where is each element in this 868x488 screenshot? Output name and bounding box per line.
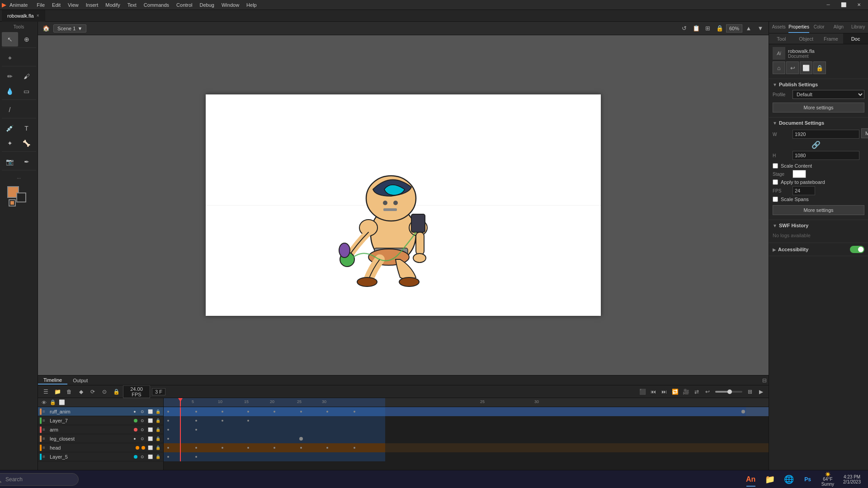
file-tab[interactable]: robowalk.fla × (2, 10, 45, 22)
layer-visibility-leg[interactable]: ● (131, 435, 138, 442)
zoom-up-icon[interactable]: ▲ (743, 23, 754, 34)
zoom-down-icon[interactable]: ▼ (755, 23, 766, 34)
menu-file[interactable]: File (33, 1, 48, 9)
tab-properties[interactable]: Properties (788, 22, 809, 33)
selection-tool[interactable]: ↖ (2, 32, 18, 47)
maximize-button[interactable]: ⬜ (836, 0, 851, 10)
menu-commands[interactable]: Commands (140, 1, 173, 9)
menu-insert[interactable]: Insert (82, 1, 102, 9)
fit-all-button[interactable]: ⊞ (745, 387, 755, 397)
layer-lock2-head[interactable]: 🔒 (154, 444, 161, 451)
layer-lock2-arm[interactable]: 🔒 (154, 426, 161, 433)
doc-tab-frame[interactable]: Frame (819, 33, 844, 44)
layer-lock2-ruff[interactable]: 🔒 (154, 408, 161, 415)
rotate-ccw-icon[interactable]: ↺ (679, 23, 690, 34)
transform-tool[interactable]: ⊕ (19, 32, 35, 47)
bone-tool[interactable]: 🦴 (19, 136, 35, 150)
layer-lock2-layer7[interactable]: 🔒 (154, 417, 161, 424)
layer-outline-ruff[interactable]: ⬜ (146, 408, 154, 415)
lock-icon[interactable]: 🔒 (714, 23, 725, 34)
scale-content-checkbox[interactable] (773, 163, 778, 169)
show-all-button[interactable]: 👁 (40, 399, 48, 407)
add-folder-button[interactable]: 📁 (52, 387, 62, 397)
tab-align[interactable]: Align (829, 22, 848, 33)
add-keyframe-button[interactable]: ◆ (76, 387, 86, 397)
layer-lock2-leg[interactable]: 🔒 (154, 435, 161, 442)
tab-output[interactable]: Output (67, 377, 93, 384)
timeline-collapse-button[interactable]: ⊟ (762, 377, 767, 384)
lock-all-layers-button[interactable]: 🔒 (49, 399, 57, 407)
width-input[interactable] (793, 130, 859, 139)
scale-spans-checkbox[interactable] (773, 197, 778, 202)
height-input[interactable] (793, 151, 859, 160)
outline-all-button[interactable]: ⬜ (58, 399, 66, 407)
menu-window[interactable]: Window (218, 1, 243, 9)
delete-layer-button[interactable]: 🗑 (64, 387, 74, 397)
taskbar-photoshop[interactable]: Ps (800, 471, 816, 488)
doc-tab-object[interactable]: Object (794, 33, 819, 44)
paint-bucket-tool[interactable]: 💧 (2, 84, 18, 99)
motion-tween-button[interactable]: ⟳ (88, 387, 98, 397)
publish-more-settings-button[interactable]: More settings (773, 103, 864, 113)
layer-lock-layer7[interactable]: ⊙ (139, 417, 146, 424)
camera-tool[interactable]: 📷 (2, 155, 18, 169)
layer-row-head[interactable]: ≡ head ⬜ 🔒 (38, 443, 163, 452)
layer-lock2-layer5[interactable]: 🔒 (154, 453, 161, 460)
home-icon[interactable]: 🏠 (41, 23, 52, 34)
stage-color-swatch[interactable] (793, 170, 806, 178)
pencil-tool[interactable]: ✏ (2, 69, 18, 84)
layer-row-arm[interactable]: ≡ arm ⊙ ⬜ 🔒 (38, 425, 163, 434)
canvas-area[interactable] (38, 35, 769, 375)
layer-outline-leg[interactable]: ⬜ (146, 435, 154, 442)
tab-timeline[interactable]: Timeline (38, 376, 67, 385)
rectangle-tool[interactable]: ▭ (19, 84, 35, 99)
add-layer-button[interactable]: ☰ (41, 387, 51, 397)
doc-icon-btn-4[interactable]: 🔒 (813, 61, 826, 74)
undo-tl-button[interactable]: ↩ (703, 387, 712, 397)
swf-history-header[interactable]: ▼ SWF History (773, 223, 864, 228)
layer-row-leg[interactable]: ≡ leg_closest ● ⊙ ⬜ 🔒 (38, 434, 163, 443)
step-back-button[interactable]: ⏮ (648, 387, 658, 397)
eraser-tool[interactable]: ✦ (2, 136, 18, 150)
layer-row-ruff-anim[interactable]: ≡ ruff_anim ● ⊙ ⬜ 🔒 (38, 407, 163, 416)
layer-lock-leg[interactable]: ⊙ (139, 435, 146, 442)
apply-pasteboard-checkbox[interactable] (773, 179, 778, 185)
sync-button[interactable]: ⇄ (692, 387, 702, 397)
line-tool[interactable]: / (2, 103, 18, 117)
menu-debug[interactable]: Debug (196, 1, 218, 9)
doc-icon-btn-3[interactable]: ⬜ (800, 61, 812, 74)
stop-button[interactable]: ⬛ (637, 387, 647, 397)
layer-row-layer7[interactable]: ≡ Layer_7 ⊙ ⬜ 🔒 (38, 416, 163, 425)
ink-tool[interactable]: ✒ (19, 155, 35, 169)
lock-all-button[interactable]: 🔒 (111, 387, 121, 397)
taskbar-edge[interactable]: 🌐 (781, 471, 797, 488)
doc-icon-btn-1[interactable]: ⌂ (773, 61, 785, 74)
layer-outline-arm[interactable]: ⬜ (146, 426, 154, 433)
layer-visibility-ruff[interactable]: ● (131, 408, 138, 415)
menu-text[interactable]: Text (124, 1, 140, 9)
publish-settings-header[interactable]: ▼ Publish Settings (773, 82, 864, 87)
scene-dropdown[interactable]: Scene 1 ▼ (53, 24, 86, 33)
menu-modify[interactable]: Modify (102, 1, 123, 9)
menu-edit[interactable]: Edit (48, 1, 64, 9)
doc-tab-doc[interactable]: Doc (843, 33, 868, 44)
loop-button[interactable]: 🔁 (670, 387, 680, 397)
camera-play-button[interactable]: 🎥 (681, 387, 691, 397)
brush-tool[interactable]: 🖌 (19, 69, 35, 84)
layer-lock-arm[interactable]: ⊙ (139, 426, 146, 433)
tab-assets[interactable]: Assets (769, 22, 788, 33)
background-color[interactable] (16, 192, 26, 202)
layer-lock-ruff[interactable]: ⊙ (139, 408, 146, 415)
doc-settings-header[interactable]: ▼ Document Settings (773, 120, 864, 126)
taskbar-adobe-animate[interactable]: An (743, 471, 759, 488)
layer-lock-layer5[interactable]: ⊙ (139, 453, 146, 460)
layer-outline-head[interactable]: ⬜ (146, 444, 154, 451)
layer-outline-layer7[interactable]: ⬜ (146, 417, 154, 424)
snap-icon[interactable]: ⊞ (703, 23, 713, 34)
taskbar-file-explorer[interactable]: 📁 (762, 471, 778, 488)
eyedropper-tool[interactable]: 💉 (2, 121, 18, 136)
zoom-slider-knob[interactable] (727, 389, 732, 394)
doc-more-settings-button[interactable]: More settings (773, 205, 864, 215)
profile-select[interactable]: Default (793, 90, 864, 99)
layer-outline-layer5[interactable]: ⬜ (146, 453, 154, 460)
